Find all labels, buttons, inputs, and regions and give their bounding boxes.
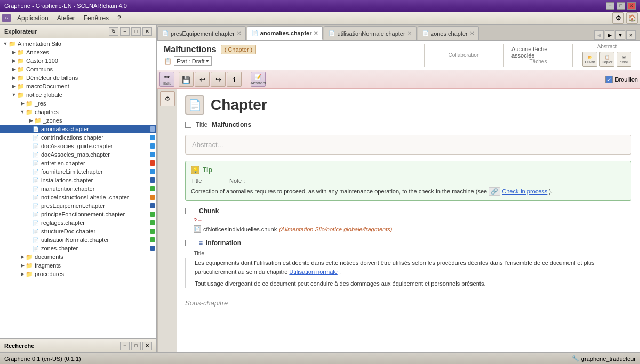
- tree-item-manutention[interactable]: 📄 manutention.chapter: [0, 184, 156, 193]
- tree-item-docAssocies-map[interactable]: 📄 docAssocies_map.chapter: [0, 150, 156, 159]
- tree-item-entretien[interactable]: 📄 entretien.chapter: [0, 159, 156, 167]
- file-icon: 📄: [32, 202, 39, 209]
- tree-item-annexes[interactable]: ▶ 📁 Annexes: [0, 48, 156, 56]
- info-button[interactable]: ℹ: [227, 72, 242, 87]
- tree-item-structureDoc[interactable]: 📄 structureDoc.chapter: [0, 227, 156, 236]
- maximize-button[interactable]: □: [617, 2, 625, 10]
- tab-label: anomalies.chapter: [260, 30, 312, 36]
- tree-item-chapitres[interactable]: ▼ 📁 chapitres: [0, 108, 156, 116]
- tree-item-anomalies-chapter[interactable]: 📄 anomalies.chapter: [0, 125, 156, 133]
- tab-presEquipement[interactable]: 📄 presEquipement.chapter ✕: [157, 26, 246, 40]
- info-title-label: Title: [185, 250, 631, 256]
- tree-item-fragments[interactable]: ▶ 📁 fragments: [0, 261, 156, 270]
- chunk-arrow-icon: ?→: [194, 217, 203, 223]
- ouvrir-button[interactable]: 📂 Ouvrir: [582, 52, 597, 67]
- content-area[interactable]: 📄 Chapter Title Malfunctions Abstract…: [177, 89, 640, 352]
- file-icon: 📄: [32, 219, 39, 227]
- menubar: G Application Atelier Fenêtres ? ⚙ 🏠: [0, 12, 640, 25]
- search-maximize-button[interactable]: □: [131, 342, 141, 350]
- tab-anomalies[interactable]: 📄 anomalies.chapter ✕: [247, 26, 323, 40]
- tree-label: docAssocies_guide.chapter: [41, 143, 113, 149]
- tree-arrow: ▶: [19, 100, 26, 107]
- info-link[interactable]: Utilisation normale: [289, 269, 337, 275]
- tree-item-utilisationNormale[interactable]: 📄 utilisationNormale.chapter: [0, 236, 156, 244]
- tree-item-principeFonctionnement[interactable]: 📄 principeFonctionnement.chapter: [0, 210, 156, 219]
- home-icon[interactable]: 🏠: [626, 12, 638, 24]
- state-arrow-icon: ▾: [206, 58, 209, 64]
- tree-item-macrodoc[interactable]: ▶ 📁 macroDocument: [0, 82, 156, 91]
- menu-fenetres[interactable]: Fenêtres: [79, 12, 113, 24]
- folder-icon: 📁: [26, 253, 33, 261]
- info-text-3: Tout usage divergeant de ce document peu…: [195, 279, 631, 289]
- chapter-icon: 📄: [185, 95, 204, 115]
- tree-item-procedures[interactable]: ▶ 📁 procedures: [0, 270, 156, 278]
- menu-help[interactable]: ?: [113, 12, 125, 24]
- save-button[interactable]: 💾: [179, 72, 194, 87]
- tree-item-demuleur[interactable]: ▶ 📁 Démêleur de billons: [0, 74, 156, 82]
- tree-item-zones[interactable]: ▶ 📁 _zones: [0, 116, 156, 125]
- email-button[interactable]: ✉ eMail: [617, 52, 631, 67]
- tree-arrow: ▶: [11, 83, 17, 90]
- tree-item-noticeInstructions[interactable]: 📄 noticeInstructionsLaiterie .chapter: [0, 193, 156, 201]
- tab-close-icon[interactable]: ✕: [314, 30, 318, 36]
- redo-button[interactable]: ↪: [211, 72, 226, 87]
- tree-item-contrIndications[interactable]: 📄 contrIndications.chapter: [0, 133, 156, 142]
- tree-arrow: ▶: [28, 117, 34, 124]
- toolbar-divider: [246, 72, 246, 87]
- tab-close-icon[interactable]: ✕: [407, 30, 412, 36]
- tab-nav-prev-button[interactable]: ◀: [594, 30, 604, 40]
- tab-close-icon[interactable]: ✕: [470, 30, 474, 36]
- abstract-placeholder[interactable]: Abstract…: [185, 135, 631, 155]
- close-button[interactable]: ✕: [627, 2, 636, 10]
- tree-label: presEquipement.chapter: [41, 203, 105, 209]
- folder-icon: 📁: [17, 57, 25, 64]
- state-dropdown[interactable]: État : Draft ▾: [174, 56, 212, 66]
- tree-item-documents[interactable]: ▶ 📁 documents: [0, 253, 156, 261]
- abstract-button[interactable]: 📝 Abstract: [251, 72, 266, 87]
- file-tree[interactable]: ▼ 📁 Alimentation Silo ▶ 📁 Annexes ▶ 📁 Ca…: [0, 38, 156, 338]
- tip-block-wrapper: 💡 Tip Title Note : Correction of anomali…: [185, 161, 631, 201]
- settings-icon[interactable]: ⚙: [612, 12, 624, 24]
- copier-button[interactable]: 📋 Copier: [599, 52, 614, 67]
- menu-application[interactable]: Application: [13, 12, 53, 24]
- tree-item-presEquipement[interactable]: 📄 presEquipement.chapter: [0, 201, 156, 210]
- title-value: Malfunctions: [212, 121, 251, 128]
- explorer-maximize-button[interactable]: □: [131, 27, 141, 36]
- sous-chapitre-text: Sous-chapitre: [185, 299, 228, 307]
- tree-item-fournitureLimite[interactable]: 📄 fournitureLimite.chapter: [0, 167, 156, 176]
- tree-item-installations[interactable]: 📄 installations.chapter: [0, 176, 156, 184]
- chunk-header: Chunk: [185, 207, 631, 215]
- edit-button[interactable]: ✏ Edit: [159, 72, 174, 87]
- tab-nav-close-button[interactable]: ✕: [626, 30, 636, 40]
- bullet-marker: [185, 122, 191, 128]
- explorer-minimize-button[interactable]: −: [120, 27, 130, 36]
- folder-icon: 📁: [26, 100, 33, 107]
- tab-zones[interactable]: 📄 zones.chapter ✕: [418, 26, 479, 40]
- explorer-refresh-button[interactable]: ↻: [109, 27, 118, 36]
- tree-item-reglages[interactable]: 📄 reglages.chapter: [0, 219, 156, 227]
- tree-item-notice-globale[interactable]: ▼ 📁 notice globale: [0, 91, 156, 99]
- search-close-button[interactable]: ✕: [142, 342, 152, 350]
- tree-item-communs[interactable]: ▶ 📁 Communs: [0, 65, 156, 74]
- brouillon-checkbox[interactable]: ✓: [605, 76, 613, 83]
- tab-label: presEquipement.chapter: [171, 30, 235, 37]
- undo-button[interactable]: ↩: [195, 72, 210, 87]
- tree-label: Castor 1100: [26, 58, 58, 64]
- search-minimize-button[interactable]: −: [120, 342, 130, 350]
- tab-utilisationNormale[interactable]: 📄 utilisationNormale.chapter ✕: [324, 26, 416, 40]
- tree-item-zones-chapter[interactable]: 📄 zones.chapter: [0, 244, 156, 253]
- tab-close-icon[interactable]: ✕: [237, 30, 241, 36]
- file-icon: 📄: [32, 151, 39, 158]
- tree-item-docAssocies-guide[interactable]: 📄 docAssocies_guide.chapter: [0, 142, 156, 150]
- side-edit-button[interactable]: ⚙: [160, 91, 175, 106]
- tab-nav-dropdown-button[interactable]: ▼: [615, 30, 625, 40]
- tree-item-castor[interactable]: ▶ 📁 Castor 1100: [0, 56, 156, 65]
- tree-item-res[interactable]: ▶ 📁 _res: [0, 99, 156, 108]
- explorer-close-button[interactable]: ✕: [142, 27, 152, 36]
- tree-item-alimentation-silo[interactable]: ▼ 📁 Alimentation Silo: [0, 39, 156, 48]
- chapter-heading: 📄 Chapter: [185, 95, 631, 115]
- minimize-button[interactable]: −: [606, 2, 614, 10]
- tip-link[interactable]: Check-in process: [502, 188, 547, 195]
- tab-nav-next-button[interactable]: ▶: [605, 30, 614, 40]
- menu-atelier[interactable]: Atelier: [53, 12, 79, 24]
